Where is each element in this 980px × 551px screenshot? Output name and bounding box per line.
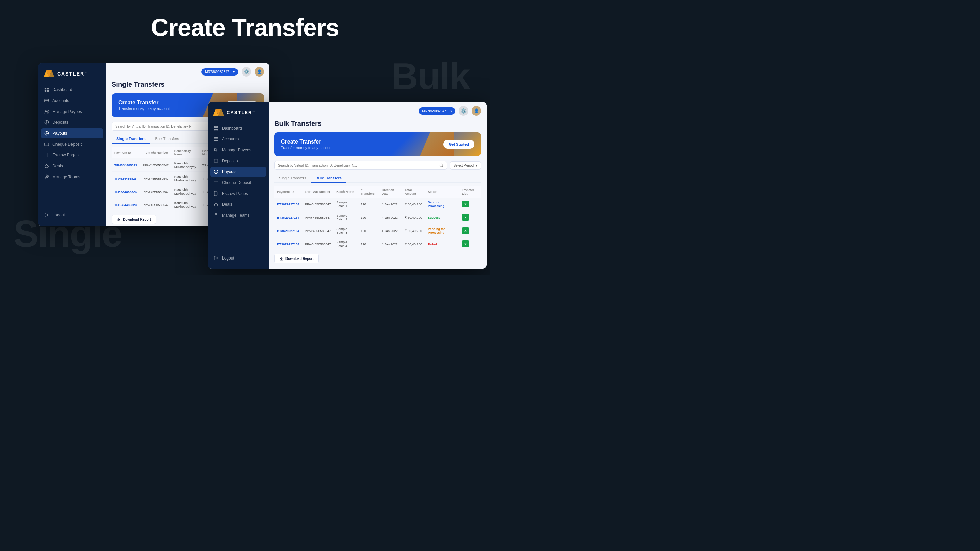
bulk-list-cell[interactable]: X [460, 237, 481, 251]
settings-icon[interactable]: ⚙️ [242, 67, 251, 76]
settings-icon-bulk[interactable]: ⚙️ [459, 106, 468, 116]
logo-text: CASTLER™ [57, 71, 88, 76]
account-id-bulk: MR78690823471 [422, 109, 448, 113]
account-badge-bulk[interactable]: MR78690823471 ▾ [418, 108, 455, 114]
tab-bulk-single[interactable]: Single Transfers [274, 174, 311, 183]
download-label-single: Download Report [123, 218, 151, 221]
table-row: BT3629227164 PPAY4550580547 Sample Batch… [274, 237, 481, 251]
sidebar-bulk-manage-payees[interactable]: Manage Payees [210, 145, 266, 155]
sidebar-item-manage-payees[interactable]: Manage Payees [41, 106, 103, 117]
bulk-col-payment-id: Payment ID [274, 186, 302, 198]
banner-text-single: Create Transfer Transfer money to any ac… [118, 100, 170, 111]
avatar-single[interactable]: 👤 [255, 67, 264, 76]
avatar-bulk[interactable]: 👤 [472, 106, 481, 116]
sidebar-item-payouts[interactable]: Payouts [41, 128, 103, 138]
bulk-transfers-cell: 120 [358, 224, 379, 237]
sidebar-bulk-dashboard[interactable]: Dashboard [210, 123, 266, 133]
bulk-col-list: Transfer List [460, 186, 481, 198]
logout-button-bulk[interactable]: Logout [208, 253, 269, 263]
sidebar-label-deals: Deals [52, 164, 63, 168]
beneficiary-cell: Kaustubh Mukhopadhyay [172, 172, 200, 185]
tab-single-transfers[interactable]: Single Transfers [111, 135, 150, 143]
sidebar-bulk-label-payouts: Payouts [222, 169, 237, 174]
sidebar-item-cheque-deposit[interactable]: Cheque Deposit [41, 139, 103, 149]
payment-id-cell[interactable]: TFA534485823 [111, 172, 140, 185]
bulk-list-cell[interactable]: X [460, 198, 481, 211]
bulk-payment-id-cell[interactable]: BT3629227164 [274, 237, 302, 251]
sidebar-item-manage-teams[interactable]: Manage Teams [41, 172, 103, 182]
sidebar-bulk-accounts[interactable]: Accounts [210, 134, 266, 144]
svg-rect-30 [216, 126, 218, 128]
sidebar-label-manage-payees: Manage Payees [52, 109, 82, 114]
from-ac-cell: PPAY4550580547 [140, 159, 172, 172]
sidebar-item-deposits[interactable]: Deposits [41, 118, 103, 127]
svg-rect-39 [215, 192, 218, 195]
bulk-date-cell: 4 Jan 2022 [379, 237, 402, 251]
svg-rect-4 [47, 88, 49, 89]
bulk-date-cell: 4 Jan 2022 [379, 211, 402, 224]
tabs-bulk: Single Transfers Bulk Transfers [274, 174, 481, 183]
escrow-icon [44, 153, 49, 157]
bulk-from-ac-cell: PPAY4550580547 [302, 224, 334, 237]
account-badge-single[interactable]: MR78690823471 ▾ [202, 68, 238, 76]
svg-point-36 [214, 159, 218, 163]
logout-button-single[interactable]: Logout [38, 210, 106, 220]
deals-icon [44, 164, 49, 168]
bulk-from-ac-cell: PPAY4550580547 [302, 211, 334, 224]
bulk-col-amount: Total Amount [402, 186, 425, 198]
bulk-list-cell[interactable]: X [460, 224, 481, 237]
bulk-transfers-cell: 120 [358, 237, 379, 251]
banner-heading-bulk: Create Transfer [281, 139, 332, 145]
sidebar-item-deals[interactable]: Deals [41, 161, 103, 171]
search-input-bulk[interactable] [278, 164, 437, 167]
banner-text-bulk: Create Transfer Transfer money to any ac… [281, 139, 332, 150]
escrow-icon-bulk [214, 191, 218, 196]
sidebar-item-escrow-pages[interactable]: Escrow Pages [41, 150, 103, 160]
svg-point-40 [215, 213, 217, 214]
tab-bulk-transfers[interactable]: Bulk Transfers [150, 135, 184, 143]
payment-id-cell[interactable]: TFB534485823 [111, 185, 140, 198]
sidebar-label-accounts: Accounts [52, 98, 69, 103]
svg-rect-29 [214, 126, 216, 128]
create-transfer-banner-bulk: Create Transfer Transfer money to any ac… [274, 132, 481, 156]
bulk-list-cell[interactable]: X [460, 211, 481, 224]
nav-items: Dashboard Accounts Manage Payees Deposit… [38, 85, 106, 210]
bulk-from-ac-cell: PPAY4550580547 [302, 237, 334, 251]
logout-icon [44, 213, 49, 218]
bulk-payment-id-cell[interactable]: BT3629227164 [274, 211, 302, 224]
period-select-bulk[interactable]: Select Period ▾ [450, 161, 481, 170]
payment-id-cell[interactable]: TFM534485823 [111, 159, 140, 172]
sidebar-bulk-deposits[interactable]: Deposits [210, 156, 266, 166]
page-content-bulk: Bulk Transfers Create Transfer Transfer … [269, 120, 487, 269]
bulk-col-batch: Batch Name [334, 186, 358, 198]
sidebar-item-dashboard[interactable]: Dashboard [41, 85, 103, 95]
cheque-icon [44, 142, 49, 147]
sidebar-bulk-payouts[interactable]: Payouts [210, 167, 266, 177]
payment-id-cell[interactable]: TFB534485823 [111, 198, 140, 211]
svg-rect-15 [45, 143, 49, 146]
logo-bulk: CASTLER™ [208, 108, 269, 123]
get-started-button-bulk[interactable]: Get Started [443, 140, 474, 149]
watermark-bulk: Bulk [391, 54, 469, 98]
download-report-button-single[interactable]: Download Report [111, 214, 156, 224]
sidebar-bulk-cheque-deposit[interactable]: Cheque Deposit [210, 178, 266, 188]
logout-icon-bulk [214, 256, 218, 260]
sidebar-bulk-escrow-pages[interactable]: Escrow Pages [210, 189, 266, 198]
sidebar-bulk-deals[interactable]: Deals [210, 199, 266, 210]
bulk-payment-id-cell[interactable]: BT3629227164 [274, 224, 302, 237]
bulk-status-cell: Pending for Processing [425, 224, 460, 237]
beneficiary-cell: Kaustubh Mukhopadhyay [172, 159, 200, 172]
sidebar-bulk-label-manage-payees: Manage Payees [222, 148, 251, 152]
bulk-payment-id-cell[interactable]: BT3629227164 [274, 198, 302, 211]
from-ac-cell: PPAY4550580547 [140, 185, 172, 198]
bulk-date-cell: 4 Jan 2022 [379, 224, 402, 237]
account-icon [44, 98, 49, 103]
sidebar-item-accounts[interactable]: Accounts [41, 95, 103, 106]
tab-bulk-bulk[interactable]: Bulk Transfers [311, 174, 346, 183]
sidebar-single: CASTLER™ Dashboard Accounts Manage Payee… [38, 63, 106, 226]
download-report-button-bulk[interactable]: Download Report [274, 254, 319, 263]
svg-rect-31 [214, 129, 216, 130]
search-input-single[interactable] [115, 124, 220, 128]
sidebar-bulk-manage-teams[interactable]: Manage Teams [210, 210, 266, 221]
table-row: BT3629227164 PPAY4550580547 Sample Batch… [274, 224, 481, 237]
